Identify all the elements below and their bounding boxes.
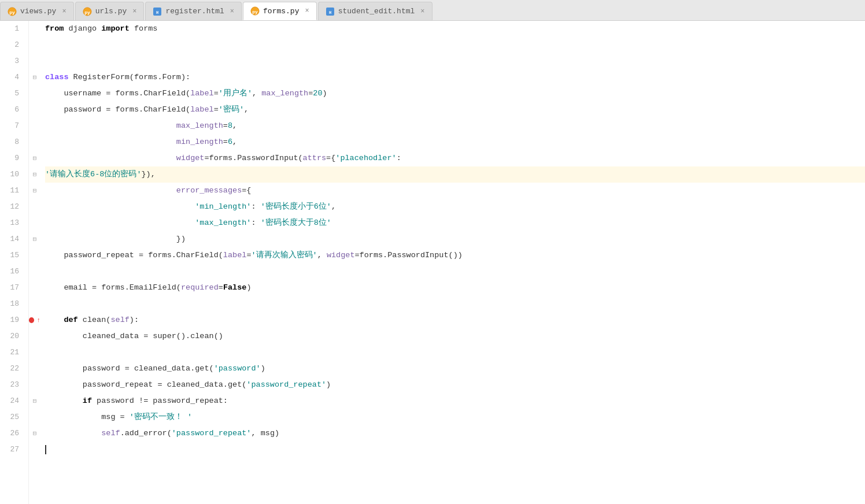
fold-14[interactable]: ⊟ [29,231,40,247]
code-line-4: class RegisterForm(forms.Form): [45,69,865,86]
line-num-13: 13 [0,215,24,231]
gutter-7 [29,118,40,134]
line-num-26: 26 [0,425,24,442]
line-num-16: 16 [0,264,24,280]
svg-text:py: py [84,9,90,14]
code-line-8: min_length=6, [45,134,865,150]
tab-bar: py views.py × py urls.py × H register.ht… [0,0,865,21]
code-line-3 [45,53,865,69]
kw-class: class [45,69,69,86]
gutter-8 [29,134,40,150]
tab-urls-py-close[interactable]: × [132,8,136,16]
python-icon: py [8,7,17,16]
code-line-20: cleaned_data = super().clean() [45,328,865,344]
line-num-18: 18 [0,296,24,312]
tab-forms-py[interactable]: py forms.py × [243,2,317,20]
gutter-21 [29,344,40,361]
line-num-1: 1 [0,21,24,37]
code-line-19: def clean(self): [45,312,865,328]
kw-from: from [45,21,64,37]
fold-26[interactable]: ⊟ [29,425,40,442]
line-num-11: 11 [0,183,24,199]
gutter-19: ↑ [29,312,40,328]
code-line-11: error_messages={ [45,183,865,199]
line-num-15: 15 [0,247,24,264]
gutter-15 [29,247,40,264]
gutter-25 [29,409,40,425]
code-line-25: msg = '密码不一致！ ' [45,409,865,425]
code-area[interactable]: from django import forms class RegisterF… [40,21,865,504]
code-line-23: password_repeat = cleaned_data.get('pass… [45,377,865,393]
code-line-16 [45,264,865,280]
tab-views-py[interactable]: py views.py × [0,2,74,20]
code-line-17: email = forms.EmailField(required=False) [45,280,865,296]
gutter-1 [29,21,40,37]
line-num-12: 12 [0,199,24,215]
code-line-14: }) [45,231,865,247]
code-line-21 [45,344,865,361]
gutter-27 [29,442,40,458]
tab-register-html-label: register.html [165,7,224,16]
editor: 1 2 3 4 5 6 7 8 9 10 11 12 13 14 15 16 1… [0,21,865,504]
tab-student-edit-html[interactable]: H student_edit.html × [318,2,432,20]
gutter: ⊟ ⊟ ⊟ ⊟ ⊟ ↑ ⊟ ⊟ [29,21,40,504]
gutter-20 [29,328,40,344]
code-line-24: if password != password_repeat: [45,393,865,409]
html-icon-2: H [326,7,335,16]
svg-text:H: H [156,10,158,14]
code-line-6: password = forms.CharField(label='密码', [45,102,865,118]
line-num-22: 22 [0,361,24,377]
code-line-10: '请输入长度6-8位的密码'}), [45,166,865,183]
gutter-6 [29,102,40,118]
tab-urls-py[interactable]: py urls.py × [75,2,145,20]
fold-24[interactable]: ⊟ [29,393,40,409]
line-num-2: 2 [0,37,24,53]
tab-urls-py-label: urls.py [95,7,127,16]
line-num-7: 7 [0,118,24,134]
code-line-27 [45,442,865,458]
fold-9[interactable]: ⊟ [29,150,40,166]
gutter-23 [29,377,40,393]
line-num-5: 5 [0,86,24,102]
python-icon-3: py [250,6,260,16]
code-line-13: 'max_length': '密码长度大于8位' [45,215,865,231]
code-line-2 [45,37,865,53]
kw-if: if [83,393,92,409]
gutter-3 [29,53,40,69]
tab-views-py-label: views.py [20,7,56,16]
gutter-12 [29,199,40,215]
line-num-3: 3 [0,53,24,69]
tab-register-html-close[interactable]: × [230,8,234,16]
tab-views-py-close[interactable]: × [62,8,66,16]
line-num-8: 8 [0,134,24,150]
line-num-23: 23 [0,377,24,393]
tab-student-edit-html-label: student_edit.html [338,7,415,16]
svg-text:H: H [329,10,331,14]
fold-4[interactable]: ⊟ [29,69,40,86]
line-num-4: 4 [0,69,24,86]
tab-register-html[interactable]: H register.html × [145,2,242,20]
kw-def: def [64,312,77,328]
line-numbers: 1 2 3 4 5 6 7 8 9 10 11 12 13 14 15 16 1… [0,21,29,504]
line-num-10: 10 [0,166,24,183]
gutter-16 [29,264,40,280]
python-icon-2: py [83,7,92,16]
arrow-up-19: ↑ [36,312,40,328]
line-num-6: 6 [0,102,24,118]
code-line-12: 'min_length': '密码长度小于6位', [45,199,865,215]
code-line-26: self.add_error('password_repeat', msg) [45,425,865,442]
gutter-2 [29,37,40,53]
tab-student-edit-html-close[interactable]: × [420,8,424,16]
code-line-1: from django import forms [45,21,865,37]
line-num-27: 27 [0,442,24,458]
code-line-15: password_repeat = forms.CharField(label=… [45,247,865,264]
gutter-13 [29,215,40,231]
tab-forms-py-close[interactable]: × [305,7,309,15]
text-cursor [45,445,46,454]
code-line-18 [45,296,865,312]
gutter-17 [29,280,40,296]
line-num-21: 21 [0,344,24,361]
line-num-25: 25 [0,409,24,425]
fold-11[interactable]: ⊟ [29,183,40,199]
fold-10[interactable]: ⊟ [29,166,40,183]
